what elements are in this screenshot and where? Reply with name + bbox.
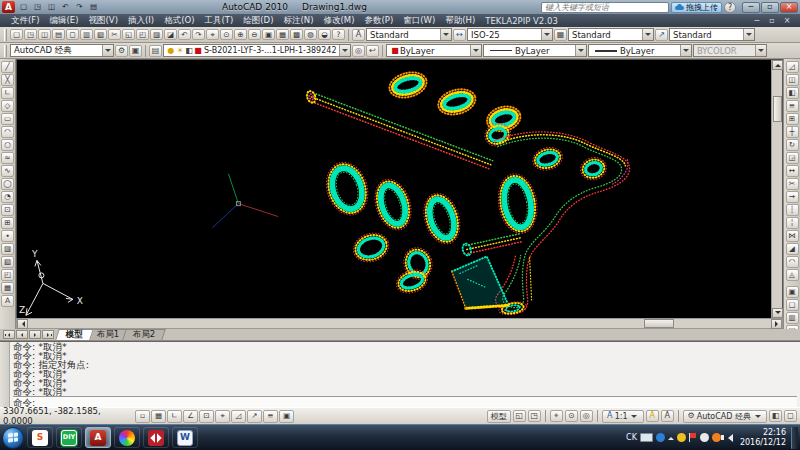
lwt-toggle[interactable]: ≡ — [263, 410, 278, 423]
search-input[interactable] — [541, 2, 669, 13]
gradient-icon[interactable]: ▧ — [1, 256, 14, 268]
redo-icon[interactable]: ↷ — [192, 29, 205, 40]
chevron-down-icon[interactable] — [642, 29, 653, 40]
chevron-down-icon[interactable] — [470, 45, 481, 56]
toolbar-grip[interactable] — [4, 29, 7, 41]
text-style-icon[interactable]: A — [352, 29, 365, 41]
color-select[interactable]: ■ByLayer — [386, 44, 482, 57]
menu-edit[interactable]: 编辑(E) — [45, 14, 84, 27]
scale-icon[interactable]: ◲ — [786, 152, 799, 164]
line-icon[interactable]: ╱ — [1, 61, 14, 73]
menu-tools[interactable]: 工具(T) — [199, 14, 238, 27]
publish-icon[interactable]: ▥ — [80, 29, 93, 40]
snap-toggle[interactable]: ▫ — [135, 410, 150, 423]
mleader-style-select[interactable]: Standard — [669, 28, 755, 41]
pan-icon[interactable]: ⌖ — [550, 410, 563, 422]
properties-icon[interactable]: ▣ — [262, 29, 275, 40]
doc-close-button[interactable]: × — [780, 16, 794, 26]
vertical-scroll-thumb[interactable] — [773, 96, 782, 122]
ducs-toggle[interactable]: ◿ — [231, 410, 246, 423]
qp-toggle[interactable]: ▣ — [279, 410, 294, 423]
construction-line-icon[interactable]: ╳ — [1, 74, 14, 86]
horizontal-scroll-thumb[interactable] — [644, 319, 674, 328]
array-icon[interactable]: ⊞ — [786, 113, 799, 125]
osnap-toggle[interactable]: ⊡ — [199, 410, 214, 423]
help-button[interactable]: ? — [724, 2, 736, 13]
layer-select[interactable]: ● ☀ ◧ ■ S-B2021-LYF-3-...1-LPH-1-389242 — [163, 44, 351, 57]
layout-icon[interactable]: ◱ — [513, 410, 526, 422]
hatch-icon[interactable]: ▨ — [1, 243, 14, 255]
table-style-icon[interactable]: ▦ — [554, 29, 567, 41]
volume-icon[interactable] — [724, 434, 733, 442]
scroll-right-arrow[interactable] — [771, 319, 782, 329]
scroll-down-arrow[interactable] — [772, 308, 783, 318]
tab-layout2[interactable]: 布局2 — [123, 329, 167, 340]
region-icon[interactable]: ◰ — [1, 269, 14, 281]
copy-clip-icon[interactable]: ◱ — [122, 29, 135, 40]
open-icon[interactable]: ◳ — [24, 29, 37, 40]
layer-properties-icon[interactable]: ▤ — [149, 45, 162, 57]
steering-wheel-icon[interactable]: ◎ — [580, 410, 593, 422]
plot-icon[interactable]: ▤ — [52, 29, 65, 40]
join-icon[interactable]: ⋈ — [786, 230, 799, 242]
open-icon[interactable]: ◳ — [31, 2, 44, 13]
input-method-icon[interactable] — [656, 433, 665, 442]
bring-to-front-icon[interactable]: ▣ — [786, 286, 799, 298]
break-icon[interactable]: ╎ — [786, 217, 799, 229]
designcenter-icon[interactable]: ▦ — [276, 29, 289, 40]
stretch-icon[interactable]: ↔ — [786, 165, 799, 177]
annotation-scale-button[interactable]: A1:1 — [602, 410, 644, 423]
minimize-button[interactable]: ─ — [742, 2, 760, 13]
trim-icon[interactable]: ✂ — [786, 178, 799, 190]
grid-toggle[interactable]: ▦ — [151, 410, 166, 423]
upload-button[interactable]: 拖拽上传 — [671, 2, 722, 13]
start-button[interactable] — [2, 427, 24, 449]
circle-icon[interactable]: ○ — [1, 139, 14, 151]
chevron-down-icon[interactable] — [680, 45, 691, 56]
otrack-toggle[interactable]: ⌖ — [215, 410, 230, 423]
scroll-up-arrow[interactable] — [772, 60, 783, 70]
fillet-icon[interactable]: ◠ — [786, 256, 799, 268]
explode-icon[interactable]: ◬ — [786, 269, 799, 281]
maximize-button[interactable]: ▫ — [761, 2, 779, 13]
new-icon[interactable]: ▢ — [17, 2, 30, 13]
taskbar-autocad-app[interactable]: A — [85, 427, 111, 448]
paste-icon[interactable]: ◰ — [136, 29, 149, 40]
sheet-set-icon[interactable]: ◍ — [304, 29, 317, 40]
tray-app-icon[interactable] — [712, 433, 721, 442]
taskbar-red-app[interactable] — [143, 427, 169, 448]
vertical-scrollbar[interactable] — [771, 60, 782, 318]
ellipse-icon[interactable]: ◯ — [1, 178, 14, 190]
zoom-window-icon[interactable]: ⊕ — [234, 29, 247, 40]
erase-icon[interactable]: ◿ — [786, 61, 799, 73]
layer-freeze-sun-icon[interactable]: ☀ — [176, 45, 184, 57]
undo-icon[interactable]: ↶ — [59, 2, 72, 13]
taskbar-diy-app[interactable]: DIY — [56, 427, 82, 448]
quick-view-layouts-icon[interactable]: ◳ — [528, 410, 541, 422]
insert-block-icon[interactable]: ⊡ — [1, 204, 14, 216]
extend-icon[interactable]: → — [786, 191, 799, 203]
menu-draw[interactable]: 绘图(D) — [238, 14, 278, 27]
save-icon[interactable]: ◫ — [45, 2, 58, 13]
match-properties-icon[interactable]: ▨ — [150, 29, 163, 40]
linetype-select[interactable]: ByLayer — [483, 44, 587, 57]
taskbar-pinwheel-app[interactable] — [114, 427, 140, 448]
autocad-logo[interactable]: A — [2, 1, 15, 13]
mleader-style-icon[interactable]: ↗ — [655, 29, 668, 41]
workspace-select[interactable]: AutoCAD 经典 — [10, 44, 114, 57]
scroll-left-arrow[interactable] — [17, 319, 28, 329]
move-icon[interactable]: ┼ — [786, 126, 799, 138]
new-icon[interactable]: ▢ — [10, 29, 23, 40]
save-icon[interactable]: ◫ — [38, 29, 51, 40]
menu-insert[interactable]: 插入(I) — [123, 14, 159, 27]
clean-screen-button[interactable]: ◻ — [784, 410, 797, 422]
polygon-icon[interactable]: ◇ — [1, 100, 14, 112]
prev-tab-button[interactable] — [16, 330, 28, 339]
ime-indicator[interactable]: CK — [626, 433, 637, 442]
command-window-grip[interactable] — [0, 342, 10, 407]
mirror-icon[interactable]: ◧ — [786, 87, 799, 99]
table-icon[interactable]: ▦ — [1, 282, 14, 294]
tray-app-icon[interactable] — [700, 433, 709, 442]
send-to-back-icon[interactable]: ▢ — [786, 299, 799, 311]
chevron-down-icon[interactable] — [440, 29, 451, 40]
